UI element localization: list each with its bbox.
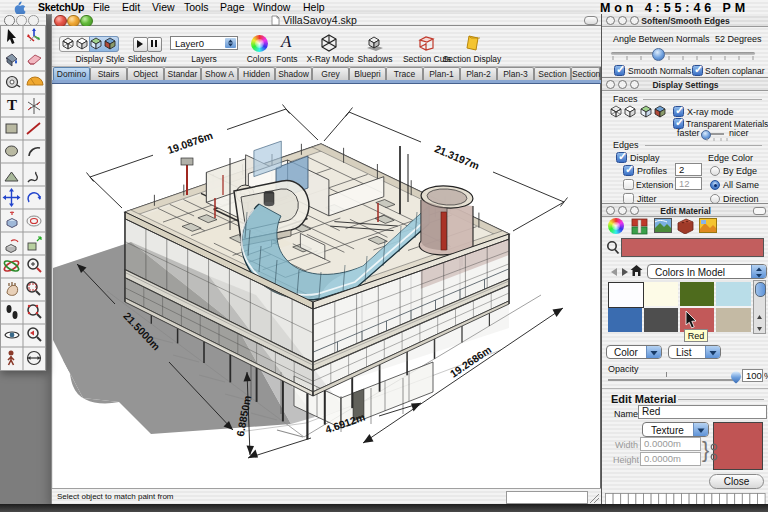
svg-text:19.2686m: 19.2686m (448, 343, 494, 379)
svg-text:19.0876m: 19.0876m (166, 129, 215, 156)
svg-text:21.3197m: 21.3197m (433, 142, 481, 171)
svg-text:T: T (7, 97, 17, 113)
